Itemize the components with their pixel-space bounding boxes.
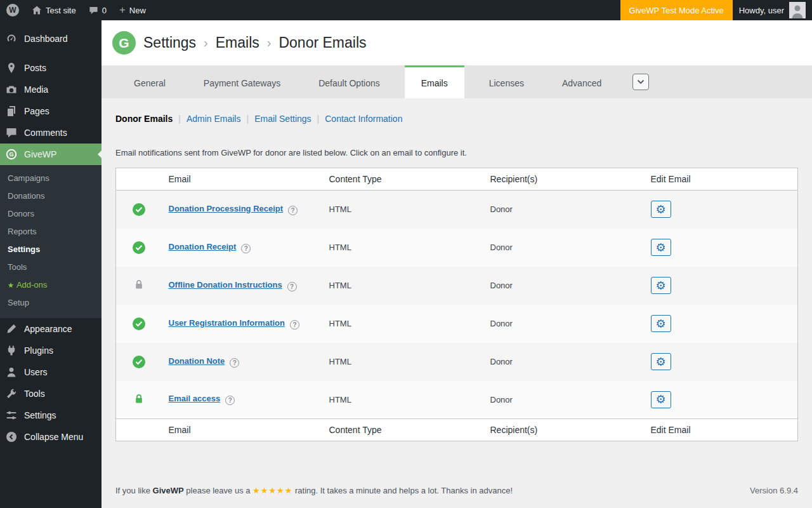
- gear-icon: ⚙: [655, 394, 665, 405]
- settings-sliders-icon: [5, 409, 18, 422]
- sidebar-label: Users: [24, 367, 48, 377]
- gear-icon: ⚙: [655, 318, 665, 330]
- tab-payment-gateways[interactable]: Payment Gateways: [190, 65, 294, 98]
- content-type-value: HTML: [323, 229, 484, 267]
- account-menu[interactable]: Howdy, user: [733, 0, 812, 20]
- submenu-item-addons[interactable]: ★Add-ons: [0, 276, 102, 294]
- help-icon[interactable]: ?: [225, 396, 235, 405]
- admin-footer: If you like GiveWP please leave us a ★★★…: [115, 486, 798, 495]
- tab-emails[interactable]: Emails: [405, 65, 464, 98]
- intro-text: Email notifications sent from GiveWP for…: [115, 148, 798, 157]
- column-content-type: Content Type: [323, 419, 484, 441]
- edit-email-button[interactable]: ⚙: [651, 353, 671, 370]
- edit-email-button[interactable]: ⚙: [651, 201, 671, 218]
- column-edit-email: Edit Email: [645, 168, 798, 190]
- table-header-row: Email Content Type Recipient(s) Edit Ema…: [116, 168, 798, 190]
- help-icon[interactable]: ?: [287, 282, 297, 291]
- wordpress-logo-menu[interactable]: W: [0, 0, 25, 20]
- table-row: Offline Donation Instructions? HTML Dono…: [116, 267, 798, 305]
- appearance-brush-icon: [5, 323, 18, 335]
- givewp-test-mode-badge[interactable]: GiveWP Test Mode Active: [620, 0, 733, 20]
- edit-email-button[interactable]: ⚙: [651, 277, 671, 294]
- subnav-divider: |: [317, 114, 320, 124]
- sidebar-item-collapse-menu[interactable]: Collapse Menu: [0, 426, 102, 448]
- edit-email-button[interactable]: ⚙: [651, 239, 671, 256]
- status-locked-icon: [134, 279, 143, 290]
- submenu-item-donors[interactable]: Donors: [0, 205, 102, 223]
- email-config-link[interactable]: Offline Donation Instructions: [169, 280, 282, 290]
- sidebar-item-pages[interactable]: Pages: [0, 100, 102, 122]
- submenu-item-setup[interactable]: Setup: [0, 294, 102, 312]
- gear-icon: ⚙: [655, 242, 665, 253]
- recipient-value: Donor: [484, 229, 645, 267]
- subnav-email-settings[interactable]: Email Settings: [254, 114, 311, 124]
- new-label: New: [129, 6, 146, 15]
- collapse-arrow-icon: [5, 431, 18, 443]
- comments-icon: [5, 126, 18, 139]
- breadcrumb-settings: Settings: [143, 34, 196, 51]
- tab-general[interactable]: General: [121, 65, 179, 98]
- sidebar-item-comments[interactable]: Comments: [0, 122, 102, 144]
- user-avatar: [789, 2, 806, 18]
- edit-email-button[interactable]: ⚙: [651, 315, 671, 332]
- sidebar-item-settings[interactable]: Settings: [0, 404, 102, 426]
- pages-icon: [5, 105, 18, 117]
- subnav-donor-emails[interactable]: Donor Emails: [115, 114, 173, 124]
- help-icon[interactable]: ?: [288, 206, 298, 215]
- submenu-item-campaigns[interactable]: Campaigns: [0, 170, 102, 187]
- comments-link[interactable]: 0: [82, 0, 113, 20]
- column-status: [116, 419, 162, 441]
- email-config-link[interactable]: Donation Note: [169, 356, 225, 366]
- submenu-item-donations[interactable]: Donations: [0, 187, 102, 205]
- help-icon[interactable]: ?: [230, 358, 239, 368]
- submenu-item-settings[interactable]: Settings: [0, 241, 102, 258]
- sidebar-item-givewp[interactable]: G GiveWP: [0, 144, 102, 165]
- tab-licenses[interactable]: Licenses: [476, 65, 537, 98]
- sidebar-label: Settings: [24, 410, 56, 420]
- submenu-item-reports[interactable]: Reports: [0, 223, 102, 241]
- addons-label: Add-ons: [16, 280, 47, 290]
- recipient-value: Donor: [484, 190, 645, 229]
- submenu-item-tools[interactable]: Tools: [0, 258, 102, 276]
- givewp-settings-header: G Settings › Emails › Donor Emails: [102, 20, 812, 65]
- email-config-link[interactable]: Email access: [169, 394, 221, 403]
- sidebar-item-plugins[interactable]: Plugins: [0, 340, 102, 361]
- site-name-label: Test site: [46, 6, 76, 15]
- tab-advanced[interactable]: Advanced: [549, 65, 615, 98]
- sidebar-label: GiveWP: [24, 149, 56, 159]
- email-config-link[interactable]: Donation Processing Receipt: [169, 204, 284, 213]
- status-enabled-check-icon: [133, 356, 145, 368]
- email-section-subnav: Donor Emails | Admin Emails | Email Sett…: [115, 110, 798, 124]
- sidebar-item-appearance[interactable]: Appearance: [0, 318, 102, 340]
- plus-icon: +: [119, 4, 126, 15]
- email-config-link[interactable]: Donation Receipt: [169, 242, 237, 251]
- sidebar-item-users[interactable]: Users: [0, 361, 102, 383]
- avatar-person-icon: [789, 2, 806, 18]
- status-enabled-check-icon: [133, 203, 145, 216]
- subnav-contact-information[interactable]: Contact Information: [325, 114, 402, 124]
- five-star-rating-link[interactable]: ★★★★★: [252, 486, 292, 495]
- content-type-value: HTML: [323, 190, 484, 229]
- subnav-admin-emails[interactable]: Admin Emails: [187, 114, 241, 124]
- edit-email-button[interactable]: ⚙: [651, 391, 671, 408]
- main-content: G Settings › Emails › Donor Emails Gener…: [102, 20, 812, 508]
- subnav-divider: |: [246, 114, 249, 124]
- sidebar-item-posts[interactable]: Posts: [0, 57, 102, 79]
- sidebar-item-media[interactable]: Media: [0, 79, 102, 100]
- more-tabs-button[interactable]: [632, 74, 649, 90]
- tab-default-options[interactable]: Default Options: [305, 65, 393, 98]
- sidebar-label: Comments: [24, 128, 67, 138]
- emails-settings-panel: Donor Emails | Admin Emails | Email Sett…: [102, 98, 812, 495]
- column-recipients: Recipient(s): [484, 168, 645, 190]
- site-name-link[interactable]: Test site: [25, 0, 82, 20]
- sidebar-item-tools[interactable]: Tools: [0, 383, 102, 404]
- sidebar-item-dashboard[interactable]: Dashboard: [0, 28, 102, 50]
- table-row: Donation Note? HTML Donor ⚙: [116, 343, 798, 381]
- sidebar-label: Dashboard: [24, 34, 68, 44]
- help-icon[interactable]: ?: [290, 320, 299, 330]
- email-config-link[interactable]: User Registration Information: [169, 318, 285, 328]
- home-icon: [32, 5, 42, 15]
- new-content-link[interactable]: + New: [113, 0, 152, 20]
- sidebar-label: Collapse Menu: [24, 432, 83, 442]
- help-icon[interactable]: ?: [241, 244, 251, 253]
